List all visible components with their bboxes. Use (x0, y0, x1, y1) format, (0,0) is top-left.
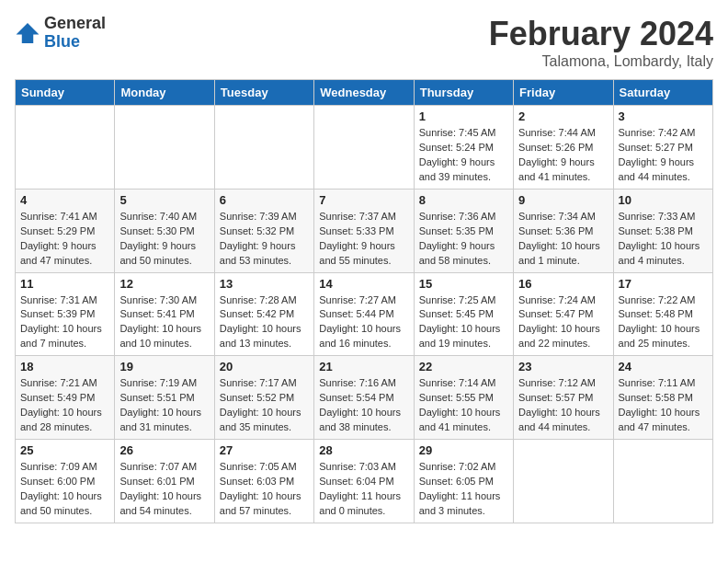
day-info: Sunrise: 7:41 AM Sunset: 5:29 PM Dayligh… (20, 210, 109, 269)
day-info: Sunrise: 7:19 AM Sunset: 5:51 PM Dayligh… (119, 376, 209, 435)
day-number: 21 (319, 360, 408, 373)
calendar-cell: 23Sunrise: 7:12 AM Sunset: 5:57 PM Dayli… (514, 356, 613, 440)
title-area: February 2024 Talamona, Lombardy, Italy (489, 15, 713, 70)
calendar-cell (16, 106, 115, 190)
day-number: 19 (119, 360, 209, 373)
day-number: 27 (220, 443, 309, 457)
calendar-week-row: 25Sunrise: 7:09 AM Sunset: 6:00 PM Dayli… (16, 440, 713, 523)
day-number: 10 (619, 193, 708, 207)
calendar-day-header: Saturday (613, 80, 712, 106)
calendar-day-header: Friday (514, 80, 613, 106)
calendar-cell (115, 106, 214, 190)
day-info: Sunrise: 7:36 AM Sunset: 5:35 PM Dayligh… (419, 210, 508, 269)
day-number: 7 (319, 193, 408, 207)
day-number: 13 (220, 277, 309, 291)
calendar-cell: 15Sunrise: 7:25 AM Sunset: 5:45 PM Dayli… (414, 272, 513, 356)
day-info: Sunrise: 7:37 AM Sunset: 5:33 PM Dayligh… (319, 210, 408, 269)
day-number: 15 (419, 277, 508, 291)
day-number: 24 (619, 360, 708, 373)
calendar-week-row: 11Sunrise: 7:31 AM Sunset: 5:39 PM Dayli… (16, 272, 713, 356)
calendar-day-header: Sunday (16, 80, 115, 106)
day-number: 9 (518, 193, 608, 207)
day-number: 1 (419, 109, 508, 123)
calendar-cell: 1Sunrise: 7:45 AM Sunset: 5:24 PM Daylig… (414, 106, 513, 190)
day-info: Sunrise: 7:05 AM Sunset: 6:03 PM Dayligh… (220, 460, 309, 519)
calendar-cell (613, 440, 712, 523)
calendar-cell: 14Sunrise: 7:27 AM Sunset: 5:44 PM Dayli… (314, 272, 414, 356)
calendar-cell: 3Sunrise: 7:42 AM Sunset: 5:27 PM Daylig… (613, 106, 712, 190)
day-number: 16 (518, 277, 608, 291)
day-info: Sunrise: 7:24 AM Sunset: 5:47 PM Dayligh… (518, 293, 608, 352)
calendar-cell: 26Sunrise: 7:07 AM Sunset: 6:01 PM Dayli… (115, 440, 214, 523)
logo-general-text: General (44, 15, 106, 33)
day-number: 25 (20, 443, 109, 457)
calendar-cell: 5Sunrise: 7:40 AM Sunset: 5:30 PM Daylig… (115, 189, 214, 272)
day-info: Sunrise: 7:25 AM Sunset: 5:45 PM Dayligh… (419, 293, 508, 352)
day-info: Sunrise: 7:44 AM Sunset: 5:26 PM Dayligh… (518, 126, 608, 185)
calendar-table: SundayMondayTuesdayWednesdayThursdayFrid… (15, 79, 713, 523)
calendar-day-header: Thursday (414, 80, 513, 106)
calendar-cell: 4Sunrise: 7:41 AM Sunset: 5:29 PM Daylig… (16, 189, 115, 272)
day-info: Sunrise: 7:09 AM Sunset: 6:00 PM Dayligh… (20, 460, 109, 519)
calendar-cell: 21Sunrise: 7:16 AM Sunset: 5:54 PM Dayli… (314, 356, 414, 440)
day-info: Sunrise: 7:33 AM Sunset: 5:38 PM Dayligh… (619, 210, 708, 269)
day-number: 11 (20, 277, 109, 291)
calendar-cell (214, 106, 313, 190)
calendar-week-row: 18Sunrise: 7:21 AM Sunset: 5:49 PM Dayli… (16, 356, 713, 440)
logo: General Blue (15, 15, 106, 52)
day-number: 2 (518, 109, 608, 123)
day-info: Sunrise: 7:22 AM Sunset: 5:48 PM Dayligh… (619, 293, 708, 352)
calendar-cell: 19Sunrise: 7:19 AM Sunset: 5:51 PM Dayli… (115, 356, 214, 440)
day-number: 23 (518, 360, 608, 373)
calendar-cell: 2Sunrise: 7:44 AM Sunset: 5:26 PM Daylig… (514, 106, 613, 190)
day-info: Sunrise: 7:16 AM Sunset: 5:54 PM Dayligh… (319, 376, 408, 435)
logo-icon (15, 20, 40, 46)
calendar-cell: 18Sunrise: 7:21 AM Sunset: 5:49 PM Dayli… (16, 356, 115, 440)
calendar-header-row: SundayMondayTuesdayWednesdayThursdayFrid… (16, 80, 713, 106)
day-number: 4 (20, 193, 109, 207)
day-number: 3 (619, 109, 708, 123)
calendar-cell: 27Sunrise: 7:05 AM Sunset: 6:03 PM Dayli… (214, 440, 313, 523)
calendar-day-header: Monday (115, 80, 214, 106)
day-number: 14 (319, 277, 408, 291)
calendar-day-header: Wednesday (314, 80, 414, 106)
day-number: 6 (220, 193, 309, 207)
day-info: Sunrise: 7:14 AM Sunset: 5:55 PM Dayligh… (419, 376, 508, 435)
svg-marker-0 (17, 23, 40, 43)
day-info: Sunrise: 7:27 AM Sunset: 5:44 PM Dayligh… (319, 293, 408, 352)
day-number: 28 (319, 443, 408, 457)
calendar-cell: 17Sunrise: 7:22 AM Sunset: 5:48 PM Dayli… (613, 272, 712, 356)
day-info: Sunrise: 7:02 AM Sunset: 6:05 PM Dayligh… (419, 460, 508, 519)
calendar-cell: 25Sunrise: 7:09 AM Sunset: 6:00 PM Dayli… (16, 440, 115, 523)
calendar-cell: 24Sunrise: 7:11 AM Sunset: 5:58 PM Dayli… (613, 356, 712, 440)
day-number: 20 (220, 360, 309, 373)
logo-blue-text: Blue (44, 33, 106, 52)
day-info: Sunrise: 7:42 AM Sunset: 5:27 PM Dayligh… (619, 126, 708, 185)
day-number: 22 (419, 360, 508, 373)
day-info: Sunrise: 7:39 AM Sunset: 5:32 PM Dayligh… (220, 210, 309, 269)
day-info: Sunrise: 7:31 AM Sunset: 5:39 PM Dayligh… (20, 293, 109, 352)
calendar-cell: 29Sunrise: 7:02 AM Sunset: 6:05 PM Dayli… (414, 440, 513, 523)
header-area: General Blue February 2024 Talamona, Lom… (15, 15, 713, 70)
day-info: Sunrise: 7:11 AM Sunset: 5:58 PM Dayligh… (619, 376, 708, 435)
day-info: Sunrise: 7:03 AM Sunset: 6:04 PM Dayligh… (319, 460, 408, 519)
day-info: Sunrise: 7:30 AM Sunset: 5:41 PM Dayligh… (119, 293, 209, 352)
day-info: Sunrise: 7:40 AM Sunset: 5:30 PM Dayligh… (119, 210, 209, 269)
calendar-cell: 13Sunrise: 7:28 AM Sunset: 5:42 PM Dayli… (214, 272, 313, 356)
calendar-week-row: 1Sunrise: 7:45 AM Sunset: 5:24 PM Daylig… (16, 106, 713, 190)
day-info: Sunrise: 7:12 AM Sunset: 5:57 PM Dayligh… (518, 376, 608, 435)
calendar-cell: 7Sunrise: 7:37 AM Sunset: 5:33 PM Daylig… (314, 189, 414, 272)
day-number: 17 (619, 277, 708, 291)
calendar-cell (514, 440, 613, 523)
calendar-cell: 20Sunrise: 7:17 AM Sunset: 5:52 PM Dayli… (214, 356, 313, 440)
day-info: Sunrise: 7:07 AM Sunset: 6:01 PM Dayligh… (119, 460, 209, 519)
day-number: 26 (119, 443, 209, 457)
calendar-cell: 9Sunrise: 7:34 AM Sunset: 5:36 PM Daylig… (514, 189, 613, 272)
day-number: 18 (20, 360, 109, 373)
day-number: 5 (119, 193, 209, 207)
calendar-cell: 6Sunrise: 7:39 AM Sunset: 5:32 PM Daylig… (214, 189, 313, 272)
day-info: Sunrise: 7:21 AM Sunset: 5:49 PM Dayligh… (20, 376, 109, 435)
day-info: Sunrise: 7:45 AM Sunset: 5:24 PM Dayligh… (419, 126, 508, 185)
day-number: 12 (119, 277, 209, 291)
calendar-cell: 12Sunrise: 7:30 AM Sunset: 5:41 PM Dayli… (115, 272, 214, 356)
